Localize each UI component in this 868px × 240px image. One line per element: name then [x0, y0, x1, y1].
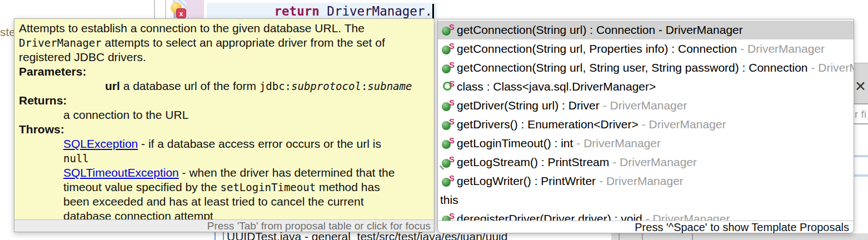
- proposal-row[interactable]: S getConnection(String url, String user,…: [438, 58, 854, 77]
- error-badge-icon: x: [176, 8, 186, 18]
- proposal-qualifier: - DriverManager: [642, 118, 726, 131]
- javadoc-throws-line[interactable]: SQLException - if a database access erro…: [63, 137, 432, 151]
- javadoc-line: DriverManager attempts to select an appr…: [19, 36, 432, 50]
- static-method-icon: S: [441, 23, 455, 37]
- proposal-label: getDriver(String url) : Driver: [457, 99, 600, 112]
- proposal-label: getConnection(String url, String user, S…: [457, 61, 808, 74]
- proposal-label: getLogStream() : PrintStream: [457, 156, 609, 169]
- proposal-row[interactable]: S getLogStream() : PrintStream - DriverM…: [438, 153, 854, 172]
- javadoc-throws-line: timeout value specified by the setLoginT…: [63, 180, 432, 194]
- javadoc-status-bar: Press 'Tab' from proposal table or click…: [14, 219, 434, 232]
- proposal-qualifier: - DriverManager: [740, 42, 825, 56]
- proposal-label: getDrivers() : Enumeration<Driver>: [457, 118, 638, 131]
- static-method-icon: S: [441, 137, 455, 150]
- proposal-qualifier: - DriverManager: [603, 99, 687, 112]
- static-class-field-icon: S: [441, 80, 455, 93]
- code-keyword: return: [275, 4, 327, 18]
- javadoc-section-heading: Parameters:: [19, 64, 432, 79]
- javadoc-content: Attempts to establish a connection to th…: [14, 19, 434, 220]
- static-method-icon: S: [441, 174, 455, 188]
- toolbar-separator: [692, 233, 693, 240]
- javadoc-tooltip: Attempts to establish a connection to th…: [14, 18, 435, 232]
- proposal-row[interactable]: S getDrivers() : Enumeration<Driver> - D…: [438, 115, 854, 134]
- proposal-qualifier: - DriverManager: [576, 137, 661, 150]
- toolbar-separator: [618, 233, 620, 240]
- javadoc-throws-line: database connection attempt: [63, 209, 432, 220]
- proposal-row[interactable]: S getConnection(String url, Properties i…: [438, 39, 854, 58]
- javadoc-param-line: url a database url of the form jdbc:subp…: [105, 79, 432, 93]
- proposal-row[interactable]: S getDriver(String url) : Driver - Drive…: [438, 96, 854, 115]
- javadoc-throws-line[interactable]: SQLTimeoutException - when the driver ha…: [63, 166, 432, 180]
- proposal-label: getConnection(String url, Properties inf…: [457, 42, 737, 56]
- javadoc-line: Attempts to establish a connection to th…: [19, 21, 432, 36]
- proposal-row[interactable]: S getLogWriter() : PrintWriter - DriverM…: [438, 172, 854, 191]
- clipped-background-text: ste: [0, 26, 16, 39]
- editor-ruler-divider: [154, 0, 155, 21]
- javadoc-returns-line: a connection to the URL: [63, 108, 432, 122]
- toolbar-separator: [642, 233, 643, 240]
- static-method-deprecated-icon: S: [441, 156, 455, 169]
- filter-input-fragment[interactable]: r fi: [854, 103, 868, 124]
- javadoc-line: registered JDBC drivers.: [19, 50, 432, 64]
- javadoc-section-heading: Throws:: [19, 122, 432, 137]
- proposal-row[interactable]: S class : Class<java.sql.DriverManager>: [438, 77, 854, 96]
- proposal-qualifier: - DriverManager: [612, 156, 697, 169]
- editor-current-line[interactable]: return DriverManager.: [207, 3, 437, 20]
- proposal-qualifier: - DriverManager: [599, 174, 684, 188]
- text-caret: [432, 4, 434, 18]
- quickfix-lightbulb-error-icon[interactable]: x: [169, 2, 188, 21]
- proposal-label: getConnection(String url) : Connection -…: [457, 23, 743, 37]
- proposal-row-keyword[interactable]: this: [438, 191, 854, 209]
- proposal-label: getLogWriter() : PrintWriter: [457, 174, 596, 188]
- proposal-qualifier: - DriverManager: [811, 61, 854, 74]
- static-method-icon: S: [441, 118, 455, 131]
- background-list-row-line: [854, 174, 868, 177]
- javadoc-throws-line: null: [63, 151, 432, 166]
- proposal-label: getLoginTimeout() : int: [457, 137, 573, 150]
- proposal-row-selected[interactable]: S getConnection(String url) : Connection…: [438, 21, 854, 39]
- static-method-icon: S: [441, 99, 455, 112]
- annotation-highlight-column: [186, 0, 204, 21]
- static-method-icon: S: [441, 42, 455, 56]
- proposal-label: this: [440, 193, 458, 207]
- background-list-row-line: [854, 155, 868, 157]
- proposal-label: class : Class<java.sql.DriverManager>: [457, 80, 656, 93]
- completion-proposal-popup: S getConnection(String url) : Connection…: [437, 19, 854, 233]
- proposal-status-bar: Press '^Space' to show Template Proposal…: [438, 221, 854, 233]
- proposal-list: S getConnection(String url) : Connection…: [438, 19, 854, 222]
- static-method-icon: S: [441, 61, 455, 74]
- close-icon[interactable]: ✕: [855, 78, 868, 94]
- filter-placeholder-fragment: r fi: [855, 108, 868, 121]
- javadoc-section-heading: Returns:: [19, 93, 432, 108]
- proposal-row[interactable]: S getLoginTimeout() : int - DriverManage…: [438, 134, 854, 153]
- javadoc-throws-line: been exceeded and has at least tried to …: [63, 194, 432, 209]
- editor-ruler-divider-2: [165, 0, 166, 21]
- background-toolbar-strip: [611, 233, 868, 240]
